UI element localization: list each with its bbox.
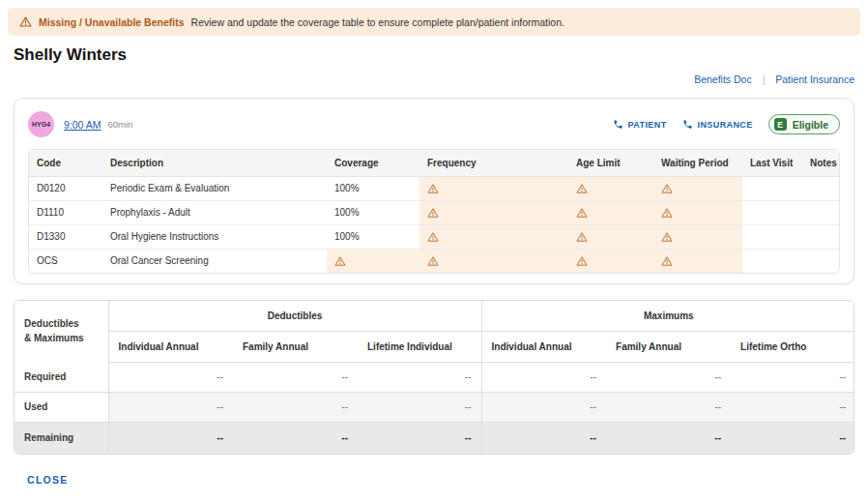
phone-icon [682, 119, 693, 130]
value-cell: -- [731, 422, 854, 454]
value-cell: -- [606, 422, 731, 454]
warning-icon [661, 207, 673, 219]
warning-icon [427, 255, 439, 267]
corner-label: Deductibles & Maximums [14, 301, 108, 362]
eligible-label: Eligible [793, 119, 828, 131]
value-cell: -- [358, 422, 481, 454]
col-coverage: Coverage [327, 150, 420, 176]
description-cell: Periodic Exam & Evaluation [102, 176, 327, 200]
frequency-cell-missing [420, 224, 568, 249]
appointment-time-link[interactable]: 9:00 AM [64, 119, 101, 131]
patient-insurance-link[interactable]: Patient Insurance [775, 74, 854, 85]
warning-icon [576, 183, 588, 194]
col-frequency: Frequency [420, 150, 568, 176]
benefits-doc-link[interactable]: Benefits Doc [694, 74, 752, 85]
col-ded-family-annual: Family Annual [233, 331, 358, 362]
table-row[interactable]: OCS Oral Cancer Screening [29, 249, 840, 273]
code-cell: D1110 [29, 200, 102, 224]
warning-icon [576, 207, 588, 219]
deductibles-maximums-container: Deductibles & Maximums Deductibles Maxim… [14, 300, 854, 455]
value-cell: -- [358, 392, 481, 422]
links-separator: | [763, 74, 766, 85]
col-last-visit: Last Visit [742, 150, 802, 176]
eligible-icon: E [774, 118, 787, 131]
last-visit-cell [742, 176, 802, 200]
value-cell: -- [481, 362, 606, 392]
page-title: Shelly Winters [14, 45, 854, 65]
value-cell: -- [108, 392, 233, 422]
col-code: Code [29, 150, 102, 176]
provider-avatar: HYG4 [28, 111, 54, 137]
coverage-table-container: Code Description Coverage Frequency Age … [28, 149, 840, 274]
maximums-group-header: Maximums [481, 301, 854, 331]
appointment-duration: 60min [108, 119, 133, 130]
col-max-individual-annual: Individual Annual [481, 331, 606, 362]
coverage-cell-missing [327, 249, 420, 273]
deductibles-group-header: Deductibles [108, 301, 481, 331]
coverage-cell: 100% [327, 200, 420, 224]
banner-message: Review and update the coverage table to … [191, 16, 564, 28]
phone-icon [613, 119, 623, 130]
age-limit-cell-missing [568, 200, 653, 224]
col-ded-individual-annual: Individual Annual [108, 331, 233, 362]
deductibles-maximums-table: Deductibles & Maximums Deductibles Maxim… [14, 301, 854, 454]
description-cell: Oral Cancer Screening [102, 249, 327, 273]
value-cell: -- [606, 362, 731, 392]
table-row[interactable]: D1110 Prophylaxis - Adult 100% [29, 200, 840, 224]
col-waiting-period: Waiting Period [653, 150, 742, 176]
last-visit-cell [742, 224, 802, 249]
notes-cell [802, 249, 840, 273]
age-limit-cell-missing [568, 224, 653, 249]
table-row-used: Used -- -- -- -- -- -- [14, 392, 854, 422]
warning-icon [576, 231, 588, 243]
notes-cell [802, 176, 840, 200]
coverage-cell: 100% [327, 176, 420, 200]
row-label: Required [14, 362, 108, 392]
col-ded-lifetime-individual: Lifetime Individual [358, 331, 481, 362]
group-header-row: Deductibles & Maximums Deductibles Maxim… [14, 301, 854, 331]
value-cell: -- [233, 362, 358, 392]
warning-icon [576, 255, 588, 267]
notes-cell [802, 200, 840, 224]
col-notes: Notes [802, 150, 840, 176]
warning-icon [427, 231, 439, 243]
appointment-card-header: HYG4 9:00 AM 60min PATIENT INSURANCE [14, 99, 854, 149]
warning-icon [427, 183, 439, 194]
waiting-period-cell-missing [653, 200, 742, 224]
appointment-card: HYG4 9:00 AM 60min PATIENT INSURANCE [14, 98, 854, 284]
code-cell: D1330 [29, 224, 102, 249]
coverage-table: Code Description Coverage Frequency Age … [29, 150, 840, 273]
banner-title: Missing / Unavailable Benefits [39, 16, 185, 28]
value-cell: -- [606, 392, 731, 422]
value-cell: -- [731, 392, 854, 422]
close-button[interactable]: CLOSE [27, 474, 69, 486]
corner-line2: & Maximums [24, 333, 84, 343]
coverage-cell: 100% [327, 224, 420, 249]
warning-icon [427, 207, 439, 219]
warning-banner: Missing / Unavailable Benefits Review an… [8, 8, 860, 36]
description-cell: Prophylaxis - Adult [102, 200, 327, 224]
value-cell: -- [731, 362, 854, 392]
table-row[interactable]: D1330 Oral Hygiene Instructions 100% [29, 224, 840, 249]
last-visit-cell [742, 249, 802, 273]
value-cell: -- [233, 392, 358, 422]
patient-call-button[interactable]: PATIENT [613, 119, 667, 130]
patient-call-label: PATIENT [628, 120, 667, 130]
eligible-badge[interactable]: E Eligible [768, 114, 840, 134]
insurance-call-button[interactable]: INSURANCE [682, 119, 753, 130]
code-cell: D0120 [29, 176, 102, 200]
waiting-period-cell-missing [653, 249, 742, 273]
warning-icon [661, 231, 673, 243]
row-label: Remaining [14, 422, 108, 454]
value-cell: -- [481, 392, 606, 422]
warning-icon [19, 15, 32, 28]
warning-icon [661, 255, 673, 267]
row-label: Used [14, 392, 108, 422]
value-cell: -- [481, 422, 606, 454]
warning-icon [661, 183, 673, 194]
description-cell: Oral Hygiene Instructions [102, 224, 327, 249]
last-visit-cell [742, 200, 802, 224]
code-cell: OCS [29, 249, 102, 273]
table-row-remaining: Remaining -- -- -- -- -- -- [14, 422, 854, 454]
table-row[interactable]: D0120 Periodic Exam & Evaluation 100% [29, 176, 840, 200]
